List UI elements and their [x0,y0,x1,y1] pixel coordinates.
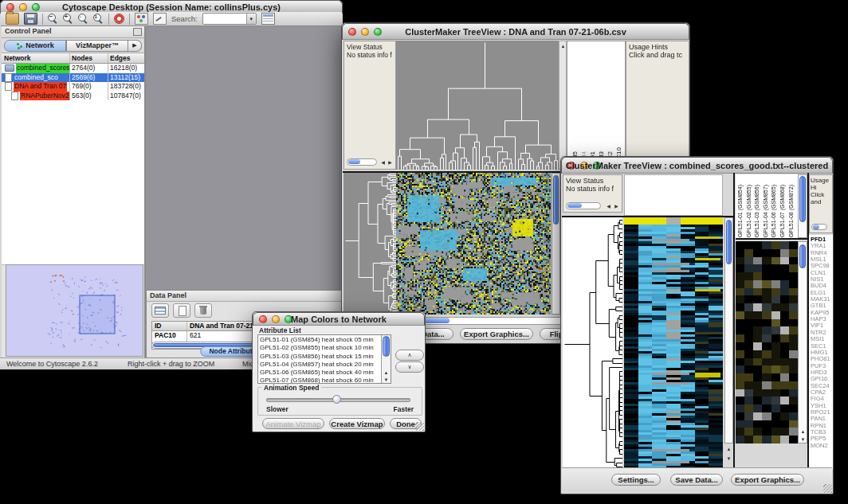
attribute-select-icon[interactable] [151,303,169,318]
network-row[interactable]: RNAPuberNov2+ 563(0) 107847(0) [2,92,144,101]
heatmap-canvas[interactable] [624,217,723,469]
resize-grip[interactable] [415,422,424,431]
row-dendrogram-canvas[interactable] [563,217,622,469]
scroll-thumb[interactable] [799,244,806,268]
attribute-item[interactable]: GPL51-01 (GSM854) heat shock 05 min [260,336,380,344]
scroll-up-icon[interactable] [799,428,807,435]
scroll-thumb[interactable] [383,336,390,357]
close-button[interactable] [567,162,575,170]
column-label[interactable]: GPL51-07 (GSM868) [779,185,787,237]
heatmap-vscrollbar[interactable] [724,217,733,443]
attribute-item[interactable]: GPL51-02 (GSM855) heat shock 10 min [260,344,380,352]
scroll-left-icon[interactable] [605,202,612,209]
mini-hscrollbar[interactable] [347,158,377,166]
column-label[interactable]: GPL51-02 (GSM855) [745,185,754,237]
attribute-item[interactable]: GPL51-03 (GSM856) heat shock 15 min [260,353,380,361]
heatmap-canvas[interactable] [396,173,551,315]
scroll-thumb[interactable] [813,225,819,229]
zoom-out-icon[interactable] [48,14,58,24]
export-graphics-button[interactable]: Export Graphics... [460,328,533,340]
scroll-down-icon[interactable] [383,376,390,383]
move-up-button[interactable]: ∧ [395,350,424,361]
attribute-list-scrollbar[interactable] [381,335,391,383]
create-vizmap-button[interactable]: Create Vizmap [329,418,385,429]
move-down-button[interactable]: ∨ [395,361,424,373]
minimize-button[interactable] [272,315,280,323]
column-dendrogram-canvas[interactable] [396,41,559,170]
zoom-selected-icon[interactable] [78,14,88,24]
zoom-in-icon[interactable] [63,14,73,24]
search-dropdown-arrow[interactable]: ▼ [246,14,256,24]
undock-icon[interactable] [133,28,142,36]
attribute-list[interactable]: GPL51-01 (GSM854) heat shock 05 minGPL51… [257,334,391,384]
zoom-vscrollbar[interactable] [798,241,807,443]
birdseye-view[interactable] [6,264,143,357]
col-id[interactable]: ID [152,322,187,330]
treeview1-titlebar[interactable]: ClusterMaker TreeView : DNA and Tran 07-… [342,23,689,40]
save-icon[interactable] [24,13,37,25]
new-attribute-icon[interactable] [173,303,190,318]
scroll-thumb[interactable] [553,175,559,225]
column-label[interactable]: GPL51-01 (GSM854) [736,185,745,237]
zoom-button[interactable] [32,3,40,11]
close-button[interactable] [6,3,14,11]
help-lifebuoy-icon[interactable] [114,14,124,24]
scroll-thumb[interactable] [799,176,806,222]
export-graphics-button[interactable]: Export Graphics... [731,474,804,486]
scroll-up-icon[interactable] [559,42,567,49]
zoom-fit-icon[interactable] [93,14,104,24]
import-table-icon[interactable] [261,13,275,25]
tab-network[interactable]: Network [4,40,66,52]
attribute-item[interactable]: GPL51-07 (GSM868) heat shock 60 min [260,377,380,384]
network-row[interactable]: DNA and Tran 07 769(0) 183728(0) [2,82,144,92]
minimize-button[interactable] [580,162,588,170]
treeview2-titlebar[interactable]: ClusterMaker TreeView : combined_scores_… [561,157,833,174]
column-label[interactable]: GPL51-03 (GSM856) [753,185,762,237]
zoom-heatmap-canvas[interactable] [736,241,798,443]
labels-vscrollbar[interactable] [798,174,807,238]
attribute-item[interactable]: GPL51-04 (GSM857) heat shock 20 min [260,361,380,369]
scroll-thumb[interactable] [567,203,582,208]
gene-label[interactable]: MON2 [811,443,833,449]
zoom-button[interactable] [593,162,601,170]
scroll-right-icon[interactable] [613,202,620,209]
scroll-left-icon[interactable] [379,158,387,166]
network-row[interactable]: combined_sco 2569(6) 13112(15) [2,73,144,83]
scroll-thumb[interactable] [726,220,732,264]
scroll-thumb[interactable] [348,159,360,164]
zoom-button[interactable] [285,315,292,323]
column-label[interactable]: GPL51-04 (GSM857) [762,185,771,237]
row-dendrogram-canvas[interactable] [344,173,396,315]
network-row[interactable]: combined_scores 2764(0) 16218(0) [2,64,144,73]
scroll-down-icon[interactable] [725,455,732,462]
birdseye-canvas[interactable] [6,265,141,354]
attribute-item[interactable]: GPL51-06 (GSM865) heat shock 40 min [260,369,380,377]
tab-overflow-button[interactable]: ▶ [128,40,142,52]
save-data-button[interactable]: Save Data... [670,474,723,486]
scroll-up-icon[interactable] [725,445,732,452]
scroll-right-icon[interactable] [387,158,394,166]
mini-hscrollbar[interactable] [811,224,827,230]
annotation-icon[interactable] [153,13,167,25]
zoom-button[interactable] [374,28,382,36]
col-edges[interactable]: Edges [108,53,144,63]
column-label[interactable]: GPL51-06 (GSM865) [770,185,779,237]
dendrogram-scroll-strip[interactable] [559,41,567,170]
slider-thumb[interactable] [332,395,341,404]
vizmapper-icon[interactable] [135,13,148,25]
tab-vizmapper[interactable]: VizMapper™ [66,40,128,52]
heatmap-vscrollbar[interactable] [552,173,560,315]
speed-slider[interactable] [266,398,410,402]
delete-attribute-icon[interactable] [194,303,212,318]
open-file-icon[interactable] [6,13,19,25]
minimize-button[interactable] [19,3,27,11]
search-input[interactable]: ▼ [202,13,257,25]
column-label[interactable]: GPL51-08 (GSM872) [787,185,796,237]
minimize-button[interactable] [361,28,369,36]
col-nodes[interactable]: Nodes [70,53,108,63]
col-network[interactable]: Network [2,53,70,63]
settings-button[interactable]: Settings... [611,474,661,486]
scroll-up-icon[interactable] [383,369,390,376]
scroll-down-icon[interactable] [799,436,807,443]
animate-vizmap-button[interactable]: Animate Vizmap [262,418,324,429]
